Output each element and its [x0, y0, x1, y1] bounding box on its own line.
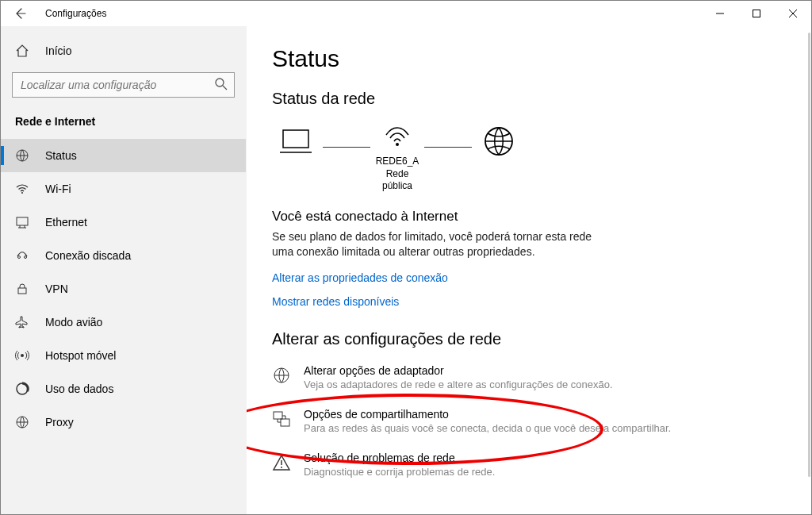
sidebar-item-label: Proxy	[45, 416, 74, 429]
search-input[interactable]	[12, 72, 235, 98]
svg-point-3	[21, 192, 23, 194]
sidebar-item-label: Modo avião	[45, 316, 102, 329]
option-desc: Diagnostique e corrija problemas de rede…	[304, 466, 495, 479]
wifi-icon	[15, 182, 29, 196]
sidebar-item-label: Status	[45, 149, 77, 162]
connected-heading: Você está conectado à Internet	[272, 209, 786, 225]
window-title: Configurações	[45, 8, 106, 19]
status-icon	[15, 148, 29, 163]
data-usage-icon	[15, 382, 29, 396]
maximize-button[interactable]	[738, 1, 775, 26]
sidebar-item-airplane[interactable]: Modo avião	[1, 306, 246, 339]
svg-rect-16	[281, 419, 289, 426]
home-button[interactable]: Início	[1, 34, 246, 67]
dialup-icon	[15, 248, 29, 263]
globe-icon	[475, 125, 523, 187]
svg-point-8	[21, 354, 24, 357]
sharing-options-icon	[272, 409, 293, 429]
sidebar-item-dialup[interactable]: Conexão discada	[1, 239, 246, 272]
back-arrow-icon	[13, 7, 26, 20]
sidebar-item-label: Uso de dados	[45, 382, 113, 395]
svg-rect-0	[753, 10, 760, 17]
titlebar: Configurações	[1, 1, 811, 26]
maximize-icon	[753, 10, 760, 17]
sidebar: Início Rede e Internet Status Wi-Fi	[1, 1, 247, 514]
sidebar-item-label: Hotspot móvel	[45, 349, 116, 362]
device-icon	[272, 125, 320, 186]
settings-window: Configurações Início Rede	[0, 0, 812, 515]
option-head: Opções de compartilhamento	[304, 408, 671, 421]
sidebar-item-hotspot[interactable]: Hotspot móvel	[1, 339, 246, 372]
network-diagram: REDE6_A Rede pública	[272, 119, 786, 193]
sidebar-item-label: Conexão discada	[45, 249, 131, 262]
close-button[interactable]	[775, 1, 811, 26]
proxy-icon	[15, 415, 29, 429]
sidebar-item-data-usage[interactable]: Uso de dados	[1, 372, 246, 405]
option-desc: Veja os adaptadores de rede e altere as …	[304, 379, 613, 392]
troubleshoot-icon	[272, 453, 293, 472]
hotspot-icon	[15, 348, 29, 363]
svg-rect-7	[18, 288, 26, 294]
back-button[interactable]	[1, 1, 39, 26]
sidebar-item-vpn[interactable]: VPN	[1, 272, 246, 306]
ethernet-icon	[15, 215, 29, 229]
sidebar-category: Rede e Internet	[1, 109, 246, 139]
home-label: Início	[45, 44, 71, 57]
svg-point-5	[18, 256, 21, 259]
sidebar-item-ethernet[interactable]: Ethernet	[1, 206, 246, 239]
svg-point-17	[281, 467, 282, 468]
network-type: Rede pública	[382, 168, 412, 192]
search-icon	[214, 77, 228, 91]
connected-description: Se seu plano de dados for limitado, você…	[272, 229, 605, 260]
option-head: Solução de problemas de rede	[304, 452, 495, 464]
option-troubleshoot[interactable]: Solução de problemas de rede Diagnostiqu…	[272, 452, 684, 479]
close-icon	[789, 10, 797, 17]
sidebar-item-wifi[interactable]: Wi-Fi	[1, 172, 246, 206]
link-show-networks[interactable]: Mostrar redes disponíveis	[272, 295, 399, 308]
wifi-network-icon: REDE6_A Rede pública	[373, 119, 421, 193]
content-pane: Status Status da rede	[247, 1, 811, 514]
option-desc: Para as redes às quais você se conecta, …	[304, 422, 671, 436]
sidebar-item-label: Wi-Fi	[45, 183, 71, 195]
link-connection-properties[interactable]: Alterar as propriedades de conexão	[272, 271, 448, 284]
minimize-button[interactable]	[702, 1, 738, 26]
option-sharing[interactable]: Opções de compartilhamento Para as redes…	[272, 408, 684, 436]
search-container	[12, 72, 235, 98]
sidebar-item-label: Ethernet	[45, 216, 87, 229]
svg-rect-4	[17, 217, 28, 225]
option-head: Alterar opções de adaptador	[304, 364, 613, 377]
network-name: REDE6_A	[376, 156, 419, 167]
scrollbar[interactable]	[808, 33, 810, 477]
network-status-heading: Status da rede	[272, 90, 786, 108]
page-title: Status	[272, 45, 786, 72]
minimize-icon	[716, 10, 724, 17]
sidebar-item-label: VPN	[45, 282, 68, 295]
adapter-options-icon	[272, 366, 293, 385]
svg-point-12	[396, 143, 399, 146]
svg-rect-15	[274, 412, 282, 419]
sidebar-item-proxy[interactable]: Proxy	[1, 405, 246, 439]
svg-point-1	[216, 79, 224, 86]
svg-rect-11	[283, 130, 308, 148]
sidebar-item-status[interactable]: Status	[1, 139, 246, 172]
svg-point-6	[25, 256, 27, 259]
vpn-icon	[15, 282, 29, 296]
airplane-icon	[15, 315, 29, 329]
home-icon	[15, 44, 29, 58]
option-adapter[interactable]: Alterar opções de adaptador Veja os adap…	[272, 364, 684, 392]
change-settings-heading: Alterar as configurações de rede	[272, 330, 786, 348]
